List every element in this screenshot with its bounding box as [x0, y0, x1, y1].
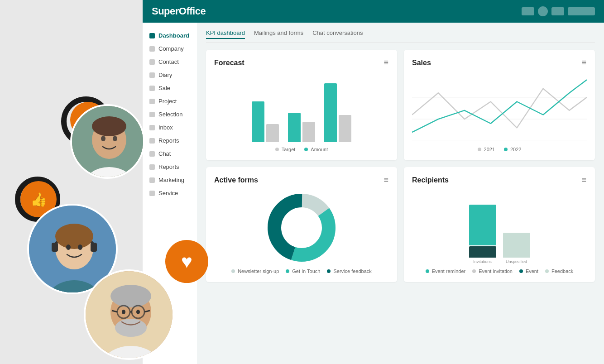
- legend-label-feedback: Feedback: [551, 268, 573, 274]
- legend-dot-newsletter: [231, 269, 235, 273]
- header-btn-1[interactable]: [522, 7, 534, 15]
- svg-point-35: [282, 208, 321, 248]
- bar-gray-1: [266, 124, 279, 142]
- sidebar-item-inbox[interactable]: Inbox: [143, 121, 197, 134]
- sidebar-label-contact: Contact: [158, 58, 179, 65]
- sidebar-dot-contact: [149, 59, 155, 65]
- recipients-header: Recipients ≡: [412, 175, 587, 185]
- svg-point-20: [115, 319, 147, 337]
- recipients-legend: Event reminder Event invitation Event: [412, 268, 587, 274]
- bar-gray-2: [302, 122, 315, 142]
- sidebar-item-reports2[interactable]: Reports: [143, 161, 197, 173]
- forecast-card: Forecast ≡: [206, 50, 397, 160]
- active-forms-header: Active forms ≡: [214, 175, 389, 185]
- legend-label-2021: 2021: [484, 147, 495, 152]
- sidebar-item-contact[interactable]: Contact: [143, 56, 197, 68]
- svg-point-2: [84, 167, 134, 179]
- sidebar-dot-reports: [149, 138, 155, 144]
- recipients-menu-icon[interactable]: ≡: [581, 175, 587, 185]
- dashboard-content: KPI dashboard Mailings and forms Chat co…: [197, 23, 604, 364]
- legend-dot-amount: [304, 148, 308, 151]
- forecast-bar-chart: [214, 74, 389, 142]
- sidebar-item-sale[interactable]: Sale: [143, 82, 197, 94]
- sidebar-label-reports: Reports: [158, 137, 179, 144]
- sales-title: Sales: [412, 59, 431, 67]
- sidebar-dot-marketing: [149, 177, 155, 183]
- thumbsup-icon-circle: 👍: [20, 181, 57, 217]
- sidebar-label-reports2: Reports: [158, 163, 179, 170]
- svg-rect-0: [72, 106, 145, 179]
- legend-dot-feedback: [545, 269, 549, 273]
- header-btn-wide[interactable]: [568, 7, 595, 15]
- charts-grid: Forecast ≡: [206, 50, 595, 282]
- active-forms-menu-icon[interactable]: ≡: [383, 175, 389, 185]
- sidebar-item-marketing[interactable]: Marketing: [143, 174, 197, 186]
- svg-point-10: [55, 228, 93, 269]
- header-btn-3[interactable]: [551, 7, 564, 15]
- svg-rect-11: [52, 243, 58, 252]
- forecast-legend: Target Amount: [214, 147, 389, 152]
- mail-icon: ✉: [82, 111, 95, 129]
- bar-gray-3: [339, 115, 351, 142]
- svg-point-27: [136, 310, 140, 314]
- inv-bar-teal: [469, 205, 496, 245]
- active-forms-title: Active forms: [214, 176, 258, 184]
- legend-dot-event: [519, 269, 523, 273]
- sidebar-item-dashboard[interactable]: Dashboard: [143, 29, 197, 42]
- header-controls: [522, 6, 595, 16]
- recipients-title: Recipients: [412, 176, 449, 184]
- tab-kpi-dashboard[interactable]: KPI dashboard: [206, 29, 245, 39]
- legend-label-2022: 2022: [510, 147, 521, 152]
- recipients-card: Recipients ≡ Invitations: [404, 167, 595, 282]
- sidebar-item-service[interactable]: Service: [143, 187, 197, 199]
- header: SuperOffice: [143, 0, 604, 23]
- sidebar-dot-dashboard: [149, 33, 155, 38]
- sidebar-label-chat: Chat: [158, 150, 171, 157]
- mail-icon-circle: ✉: [70, 102, 106, 138]
- invitations-group: Invitations: [469, 205, 496, 264]
- legend-label-service-feedback: Service feedback: [333, 268, 371, 274]
- header-btn-2[interactable]: [538, 6, 548, 16]
- legend-label-event: Event: [526, 268, 538, 274]
- legend-label-target: Target: [282, 147, 296, 152]
- sidebar-item-company[interactable]: Company: [143, 43, 197, 55]
- legend-label-event-invitation: Event invitation: [479, 268, 513, 274]
- legend-label-amount: Amount: [311, 147, 328, 152]
- legend-target: Target: [275, 147, 296, 152]
- sidebar-item-selection[interactable]: Selection: [143, 108, 197, 120]
- forecast-menu-icon[interactable]: ≡: [383, 58, 389, 67]
- logo: SuperOffice: [152, 5, 206, 17]
- svg-point-26: [122, 310, 125, 314]
- forecast-title: Forecast: [214, 59, 244, 67]
- sidebar: Dashboard Company Contact Diary Sale Pro…: [143, 23, 197, 364]
- legend-get-in-touch: Get In Touch: [286, 268, 320, 274]
- sidebar-dot-selection: [149, 112, 155, 117]
- inv-bar-dark: [469, 246, 496, 258]
- sales-line-chart: [412, 74, 587, 142]
- legend-dot-service-feedback: [327, 269, 331, 273]
- sidebar-item-project[interactable]: Project: [143, 95, 197, 107]
- sidebar-item-chat[interactable]: Chat: [143, 148, 197, 160]
- sidebar-label-company: Company: [158, 45, 184, 52]
- svg-point-6: [113, 136, 117, 141]
- legend-label-newsletter: Newsletter sign-up: [238, 268, 279, 274]
- sidebar-label-sale: Sale: [158, 85, 170, 91]
- sidebar-item-reports[interactable]: Reports: [143, 134, 197, 147]
- tab-chat-conversations[interactable]: Chat conversations: [312, 29, 363, 39]
- active-forms-legend: Newsletter sign-up Get In Touch Service …: [214, 268, 389, 274]
- svg-point-3: [92, 121, 126, 159]
- sales-menu-icon[interactable]: ≡: [581, 58, 587, 67]
- svg-point-21: [117, 306, 130, 318]
- legend-newsletter: Newsletter sign-up: [231, 268, 279, 274]
- sidebar-dot-service: [149, 191, 155, 196]
- sidebar-item-diary[interactable]: Diary: [143, 69, 197, 81]
- bar-teal-3: [324, 83, 337, 142]
- sidebar-dot-reports2: [149, 164, 155, 170]
- tab-mailings[interactable]: Mailings and forms: [254, 29, 303, 39]
- unspecified-group: Unspecified: [503, 233, 530, 264]
- legend-2021: 2021: [478, 147, 495, 152]
- app-container: SuperOffice Dashboard Company Contact: [143, 0, 604, 364]
- svg-point-4: [92, 116, 126, 136]
- forecast-header: Forecast ≡: [214, 58, 389, 67]
- legend-service-feedback: Service feedback: [327, 268, 371, 274]
